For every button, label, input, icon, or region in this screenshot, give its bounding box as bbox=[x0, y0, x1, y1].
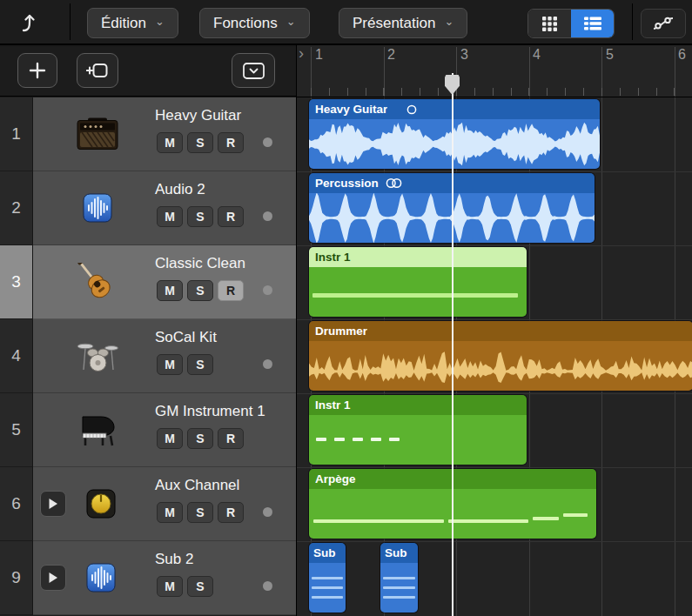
grid-view-button[interactable] bbox=[528, 10, 571, 37]
edition-menu-label: Édition bbox=[101, 15, 146, 32]
track-header[interactable]: Audio 2 M S R bbox=[33, 171, 297, 245]
track-name[interactable]: Aux Channel bbox=[155, 477, 239, 494]
track-header[interactable]: Classic Clean M S R bbox=[33, 245, 297, 319]
duplicate-track-button[interactable] bbox=[77, 53, 118, 88]
mute-button[interactable]: M bbox=[157, 428, 183, 449]
bar-ruler[interactable]: › 1 2 3 4 5 6 bbox=[297, 45, 692, 97]
record-enable-button[interactable]: R bbox=[218, 132, 244, 153]
track-header-list: 1 Heavy Guitar M S bbox=[0, 97, 297, 616]
view-switch-group bbox=[527, 9, 615, 38]
mute-button[interactable]: M bbox=[157, 206, 183, 227]
midi-note bbox=[312, 586, 343, 589]
bar-number: 2 bbox=[387, 47, 395, 63]
track-row-classic-clean[interactable]: 3 Classic Clean bbox=[0, 245, 297, 319]
automation-button[interactable] bbox=[641, 9, 686, 38]
solo-button[interactable]: S bbox=[187, 206, 213, 227]
track-name[interactable]: Classic Clean bbox=[155, 255, 245, 272]
midi-note bbox=[316, 438, 326, 441]
grand-piano-icon bbox=[73, 412, 122, 447]
input-monitor-dot[interactable] bbox=[263, 507, 272, 517]
track-row-aux-channel[interactable]: 6 Aux Channel M S bbox=[0, 467, 297, 541]
solo-button[interactable]: S bbox=[187, 354, 213, 375]
region-sub-2[interactable]: Sub bbox=[380, 543, 418, 613]
chevron-down-icon: ⌄ bbox=[444, 17, 453, 26]
toolbar-separator bbox=[632, 3, 633, 40]
track-number[interactable]: 1 bbox=[0, 97, 33, 171]
record-enable-button[interactable]: R bbox=[218, 502, 244, 523]
track-number[interactable]: 6 bbox=[0, 467, 33, 541]
record-enable-button[interactable]: R bbox=[218, 206, 244, 227]
region-heavy-guitar[interactable]: Heavy Guitar bbox=[309, 99, 600, 169]
grid-view-icon bbox=[542, 17, 557, 31]
midi-note bbox=[383, 596, 415, 599]
track-name[interactable]: SoCal Kit bbox=[155, 329, 217, 346]
midi-note bbox=[383, 577, 415, 579]
chevron-down-icon: ⌄ bbox=[286, 17, 296, 26]
track-header[interactable]: Heavy Guitar M S R bbox=[33, 97, 297, 171]
ruler-beat-ticks bbox=[311, 88, 692, 96]
mute-button[interactable]: M bbox=[157, 280, 183, 301]
arrange-area[interactable]: Heavy Guitar Percussion Instr 1 bbox=[297, 97, 692, 616]
track-row-gm-instrument-1[interactable]: 5 GM Instrument 1 M S R bbox=[0, 393, 297, 467]
guitar-amp-icon bbox=[73, 117, 122, 151]
mono-circle-icon bbox=[406, 104, 417, 115]
input-monitor-dot[interactable] bbox=[263, 359, 272, 369]
track-header[interactable]: Aux Channel M S R bbox=[33, 467, 297, 541]
input-monitor-dot[interactable] bbox=[263, 285, 272, 295]
midi-note bbox=[533, 517, 559, 520]
play-region-button[interactable] bbox=[40, 565, 66, 591]
track-name[interactable]: GM Instrument 1 bbox=[155, 403, 265, 420]
disclosure-box-icon bbox=[243, 63, 265, 79]
logic-pro-tracks-window: Édition ⌄ Fonctions ⌄ Présentation ⌄ bbox=[0, 0, 692, 616]
record-enable-button[interactable]: R bbox=[218, 428, 244, 449]
region-name: Heavy Guitar bbox=[315, 103, 387, 116]
track-header[interactable]: GM Instrument 1 M S R bbox=[33, 393, 297, 467]
track-name[interactable]: Heavy Guitar bbox=[155, 107, 241, 124]
solo-button[interactable]: S bbox=[187, 280, 213, 301]
add-track-button[interactable] bbox=[17, 53, 57, 88]
track-header-options-button[interactable] bbox=[232, 53, 275, 88]
track-number[interactable]: 3 bbox=[0, 245, 33, 319]
presentation-menu-button[interactable]: Présentation ⌄ bbox=[339, 8, 467, 38]
region-instr-1[interactable]: Instr 1 bbox=[309, 247, 527, 317]
track-row-sub-2[interactable]: 9 bbox=[0, 541, 297, 615]
playhead-line[interactable] bbox=[452, 73, 453, 616]
fonctions-menu-button[interactable]: Fonctions ⌄ bbox=[199, 8, 310, 38]
input-monitor-dot[interactable] bbox=[263, 581, 272, 591]
solo-button[interactable]: S bbox=[187, 428, 213, 449]
tracks-view-button[interactable] bbox=[571, 10, 614, 37]
track-row-heavy-guitar[interactable]: 1 Heavy Guitar M S bbox=[0, 97, 297, 171]
track-number[interactable]: 4 bbox=[0, 319, 33, 393]
track-row-audio-2[interactable]: 2 bbox=[0, 171, 297, 245]
track-number[interactable]: 5 bbox=[0, 393, 33, 467]
audio-waveform-icon bbox=[77, 563, 125, 593]
play-region-button[interactable] bbox=[40, 491, 66, 517]
mute-button[interactable]: M bbox=[157, 354, 183, 375]
edition-menu-button[interactable]: Édition ⌄ bbox=[87, 8, 178, 38]
track-number[interactable]: 2 bbox=[0, 171, 33, 245]
back-arrow-button[interactable] bbox=[12, 10, 47, 35]
solo-button[interactable]: S bbox=[187, 132, 213, 153]
duplicate-track-icon bbox=[86, 61, 109, 80]
track-name[interactable]: Audio 2 bbox=[155, 181, 205, 198]
track-number[interactable]: 9 bbox=[0, 541, 33, 615]
mute-button[interactable]: M bbox=[157, 132, 183, 153]
mute-button[interactable]: M bbox=[157, 502, 183, 523]
input-monitor-dot[interactable] bbox=[263, 137, 272, 147]
plus-icon bbox=[29, 62, 46, 79]
track-name[interactable]: Sub 2 bbox=[155, 551, 193, 568]
track-header[interactable]: Sub 2 M S bbox=[33, 541, 297, 615]
midi-note bbox=[371, 438, 381, 441]
region-sub-1[interactable]: Sub bbox=[309, 543, 346, 613]
region-instr-1[interactable]: Instr 1 bbox=[309, 395, 527, 465]
record-enable-button[interactable]: R bbox=[218, 280, 244, 301]
region-drummer[interactable]: Drummer bbox=[309, 321, 692, 391]
presentation-menu-label: Présentation bbox=[353, 15, 435, 32]
solo-button[interactable]: S bbox=[187, 502, 213, 523]
mute-button[interactable]: M bbox=[157, 576, 183, 597]
solo-button[interactable]: S bbox=[187, 576, 213, 597]
midi-note bbox=[563, 513, 588, 517]
track-row-socal-kit[interactable]: 4 SoCal Kit M bbox=[0, 319, 297, 393]
input-monitor-dot[interactable] bbox=[263, 211, 272, 221]
track-header[interactable]: SoCal Kit M S bbox=[33, 319, 297, 393]
